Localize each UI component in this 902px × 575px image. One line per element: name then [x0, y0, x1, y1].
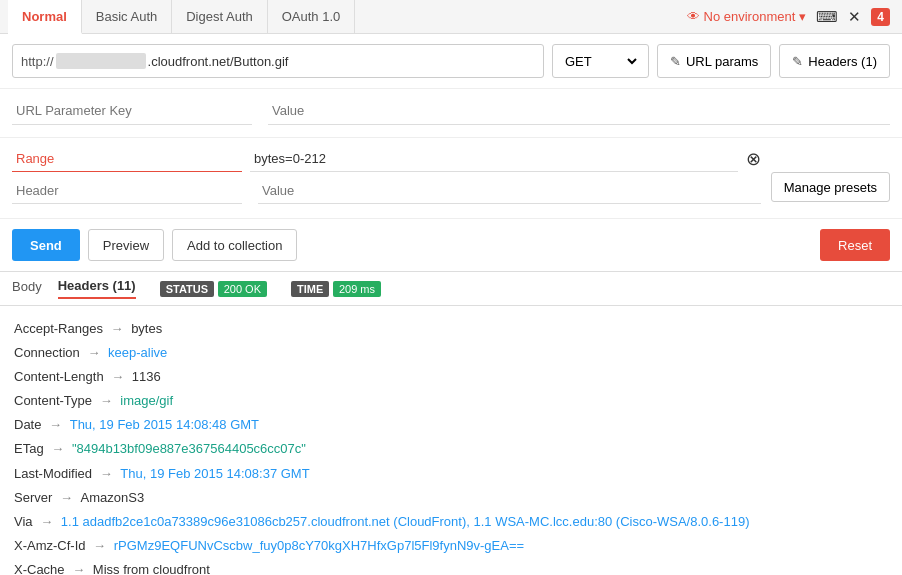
tab-oauth[interactable]: OAuth 1.0: [268, 0, 356, 34]
url-section: http:// .cloudfront.net/Button.gif GET P…: [0, 34, 902, 89]
header-entry: Content-Length → 1136: [14, 366, 888, 388]
preview-button[interactable]: Preview: [88, 229, 164, 261]
environment-selector[interactable]: 👁 No environment ▾: [687, 9, 807, 24]
edit-icon: ✎: [670, 54, 681, 69]
header-rows: ⊗: [12, 146, 761, 210]
response-tabs: Body Headers (11) STATUS 200 OK TIME 209…: [0, 272, 902, 306]
status-label: STATUS: [160, 281, 214, 297]
header-row-empty: [12, 178, 761, 204]
chevron-down-icon: ▾: [799, 9, 806, 24]
action-bar: Send Preview Add to collection Reset: [0, 219, 902, 272]
param-key-input[interactable]: [12, 97, 252, 125]
header-entry: Last-Modified → Thu, 19 Feb 2015 14:08:3…: [14, 463, 888, 485]
param-value-input[interactable]: [268, 97, 890, 125]
header-key-empty[interactable]: [12, 178, 242, 204]
send-button[interactable]: Send: [12, 229, 80, 261]
headers-button[interactable]: ✎ Headers (1): [779, 44, 890, 78]
add-to-collection-button[interactable]: Add to collection: [172, 229, 297, 261]
header-entry: ETag → "8494b13bf09e887e367564405c6cc07c…: [14, 438, 888, 460]
header-entry: X-Amz-Cf-Id → rPGMz9EQFUNvCscbw_fuy0p8cY…: [14, 535, 888, 557]
headers-section: ⊗ Manage presets: [0, 138, 902, 219]
tab-headers[interactable]: Headers (11): [58, 278, 136, 299]
reset-button[interactable]: Reset: [820, 229, 890, 261]
eye-icon: 👁: [687, 9, 700, 24]
header-val-range[interactable]: [250, 146, 738, 172]
close-icon[interactable]: ✕: [848, 8, 861, 26]
url-params-button[interactable]: ✎ URL params: [657, 44, 771, 78]
header-entry: Content-Type → image/gif: [14, 390, 888, 412]
params-section: [0, 89, 902, 138]
top-nav: Normal Basic Auth Digest Auth OAuth 1.0 …: [0, 0, 902, 34]
tab-body[interactable]: Body: [12, 279, 42, 298]
header-val-empty[interactable]: [258, 178, 761, 204]
nav-icons: ⌨ ✕ 4: [816, 8, 894, 26]
header-entry: Via → 1.1 adadfb2ce1c0a73389c96e31086cb2…: [14, 511, 888, 533]
response-body: Accept-Ranges → bytesConnection → keep-a…: [0, 306, 902, 575]
manage-presets-button[interactable]: Manage presets: [771, 172, 890, 202]
time-value: 209 ms: [333, 281, 381, 297]
clear-header-button[interactable]: ⊗: [746, 150, 761, 168]
header-entry: X-Cache → Miss from cloudfront: [14, 559, 888, 575]
edit-icon-2: ✎: [792, 54, 803, 69]
url-input[interactable]: http:// .cloudfront.net/Button.gif: [12, 44, 544, 78]
method-dropdown[interactable]: GET POST PUT DELETE PATCH HEAD OPTIONS: [561, 53, 640, 70]
header-entry: Connection → keep-alive: [14, 342, 888, 364]
tab-basic-auth[interactable]: Basic Auth: [82, 0, 172, 34]
param-row: [12, 97, 890, 125]
header-entry: Date → Thu, 19 Feb 2015 14:08:48 GMT: [14, 414, 888, 436]
header-row-range: ⊗: [12, 146, 761, 172]
status-value: 200 OK: [218, 281, 267, 297]
tab-normal[interactable]: Normal: [8, 0, 82, 34]
url-prefix: http://: [21, 54, 54, 69]
method-select[interactable]: GET POST PUT DELETE PATCH HEAD OPTIONS: [552, 44, 649, 78]
notification-badge: 4: [871, 8, 890, 26]
header-entry: Server → AmazonS3: [14, 487, 888, 509]
header-entry: Accept-Ranges → bytes: [14, 318, 888, 340]
tab-digest-auth[interactable]: Digest Auth: [172, 0, 268, 34]
url-redacted: [56, 53, 146, 69]
keyboard-icon[interactable]: ⌨: [816, 8, 838, 26]
env-label: No environment: [704, 9, 796, 24]
header-key-range[interactable]: [12, 146, 242, 172]
url-suffix: .cloudfront.net/Button.gif: [148, 54, 289, 69]
time-label: TIME: [291, 281, 329, 297]
